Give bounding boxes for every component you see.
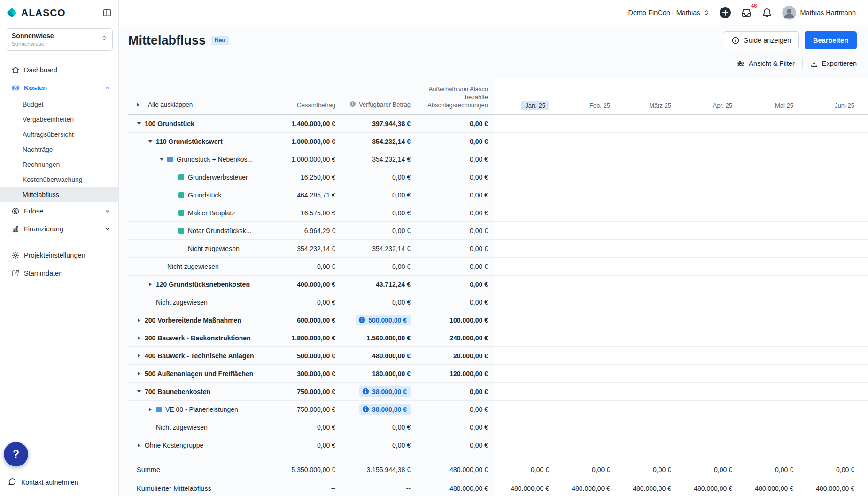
sidebar-item-kosten[interactable]: Kosten bbox=[0, 79, 118, 97]
sidebar-item-kosten-berwachung[interactable]: Kostenüberwachung bbox=[0, 172, 118, 187]
row-name-cell[interactable]: 400 Bauwerk - Technische Anlagen bbox=[128, 352, 269, 360]
edit-button[interactable]: Bearbeiten bbox=[805, 31, 857, 49]
sidebar-item-mittelabfluss[interactable]: Mittelabfluss bbox=[0, 187, 118, 202]
sidebar-item-auftrags-bersicht[interactable]: Auftragsübersicht bbox=[0, 127, 118, 142]
chevron-updown-icon bbox=[703, 9, 710, 16]
caret-right-icon[interactable] bbox=[138, 443, 140, 447]
row-name-cell[interactable]: Grunderwerbssteuer bbox=[128, 173, 269, 181]
inbox-icon[interactable]: 46 bbox=[741, 7, 752, 18]
row-name-cell[interactable]: 700 Baunebenkosten bbox=[128, 388, 269, 395]
amount-cell: 0,00 € bbox=[417, 263, 495, 270]
export-button[interactable]: Exportieren bbox=[810, 60, 857, 68]
month-cell bbox=[678, 222, 739, 239]
row-name-cell[interactable]: Nicht zugewiesen bbox=[128, 424, 269, 431]
month-cell: 0,00 € bbox=[800, 460, 861, 479]
amount-cell: 354.232,14 € bbox=[342, 156, 417, 163]
caret-right-icon[interactable] bbox=[149, 408, 152, 411]
month-cell bbox=[556, 401, 617, 418]
amount-cell: 0,00 € bbox=[342, 441, 417, 449]
sidebar-item-label: Projekteinstellungen bbox=[24, 252, 85, 259]
month-cell bbox=[800, 115, 861, 132]
month-cell bbox=[861, 222, 868, 239]
row-name-cell[interactable]: VE 00 - Planerleistungen bbox=[128, 406, 269, 413]
caret-right-icon[interactable] bbox=[138, 354, 140, 358]
add-icon[interactable] bbox=[719, 7, 731, 19]
month-cell bbox=[617, 258, 678, 275]
month-cell bbox=[861, 436, 868, 454]
caret-down-icon[interactable] bbox=[137, 390, 141, 393]
month-cell bbox=[556, 168, 617, 186]
user-menu[interactable]: Mathias Hartmann bbox=[782, 6, 856, 20]
workspace-selector[interactable]: Demo FinCon - Mathias bbox=[628, 9, 709, 16]
row-name-cell[interactable]: 120 Grundstücksnebenkosten bbox=[128, 281, 269, 288]
help-button[interactable]: ? bbox=[4, 442, 28, 466]
sidebar-item-budget[interactable]: Budget bbox=[0, 97, 118, 112]
month-cell bbox=[861, 311, 868, 329]
month-cell: 480.000,00 € bbox=[678, 479, 739, 496]
caret-right-icon[interactable] bbox=[138, 336, 140, 340]
table-row: Nicht zugewiesen0,00 €0,00 €0,00 € bbox=[128, 293, 868, 311]
row-name-cell[interactable]: Grundstück + Nebenkos... bbox=[128, 156, 269, 163]
sidebar-item-finanzierung[interactable]: Finanzierung bbox=[0, 220, 118, 238]
month-label: Feb. 25 bbox=[589, 102, 610, 109]
sidebar-item-projekteinstellungen[interactable]: Projekteinstellungen bbox=[0, 246, 118, 264]
page-title: Mittelabfluss bbox=[128, 33, 206, 48]
row-name-cell[interactable]: Nicht zugewiesen bbox=[128, 263, 269, 270]
sidebar-item-erl-se[interactable]: Erlöse bbox=[0, 202, 118, 220]
row-name-cell[interactable]: Nicht zugewiesen bbox=[128, 245, 269, 252]
row-name-cell[interactable]: 300 Bauwerk - Baukonstruktionen bbox=[128, 334, 269, 342]
info-icon bbox=[732, 37, 739, 44]
row-name-cell[interactable]: Nicht zugewiesen bbox=[128, 299, 269, 306]
view-filter-button[interactable]: Ansicht & Filter bbox=[737, 60, 795, 68]
table-row: 300 Bauwerk - Baukonstruktionen1.800.000… bbox=[128, 329, 868, 347]
contact-button[interactable]: Kontakt aufnehmen bbox=[8, 477, 78, 488]
month-cell bbox=[495, 168, 556, 186]
caret-right-icon[interactable] bbox=[138, 372, 140, 376]
sidebar-item-nachtr-ge[interactable]: Nachträge bbox=[0, 142, 118, 157]
row-label: Ohne Kostengruppe bbox=[145, 441, 203, 449]
month-cell bbox=[678, 311, 739, 329]
month-cell bbox=[617, 383, 678, 400]
sidebar-item-dashboard[interactable]: Dashboard bbox=[0, 61, 118, 79]
month-cell bbox=[800, 204, 861, 221]
caret-down-icon[interactable] bbox=[160, 158, 163, 161]
expand-all-control[interactable]: Alle ausklappen bbox=[128, 101, 269, 114]
sidebar-item-vergabeeinheiten[interactable]: Vergabeeinheiten bbox=[0, 112, 118, 127]
row-name-cell[interactable]: Grundstück bbox=[128, 191, 269, 199]
month-cell bbox=[800, 222, 861, 239]
row-name-cell[interactable]: Ohne Kostengruppe bbox=[128, 441, 269, 449]
month-cell bbox=[495, 293, 556, 311]
row-name-cell[interactable]: Notar Grundstücksk... bbox=[128, 227, 269, 235]
month-cell bbox=[678, 401, 739, 418]
amount-cell: 750.000,00 € bbox=[269, 388, 342, 395]
row-name-cell[interactable]: Makler Bauplatz bbox=[128, 209, 269, 217]
chat-icon bbox=[8, 477, 16, 488]
row-name-cell[interactable]: 200 Vorbereitende Maßnahmen bbox=[128, 316, 269, 324]
month-cell bbox=[739, 240, 800, 257]
month-cell bbox=[556, 293, 617, 311]
month-cell bbox=[800, 365, 861, 382]
caret-right-icon[interactable] bbox=[138, 318, 140, 322]
row-name-cell[interactable]: 100 Grundstück bbox=[128, 120, 269, 127]
project-selector[interactable]: Sonnenwiese Sonnenwiese bbox=[6, 28, 113, 51]
month-cell: 0,00 € bbox=[495, 460, 556, 479]
caret-down-icon[interactable] bbox=[137, 122, 141, 125]
bell-icon[interactable] bbox=[761, 7, 773, 18]
cost-element-icon bbox=[178, 228, 184, 234]
amount-cell: 480.000,00 € bbox=[342, 352, 417, 360]
month-label: Juni 25 bbox=[835, 102, 854, 109]
sidebar-item-stammdaten[interactable]: Stammdaten bbox=[0, 264, 118, 282]
amount-cell: 480.000,00 € bbox=[417, 466, 495, 473]
amount-cell: -- bbox=[342, 485, 417, 492]
amount-cell: 397.944,38 € bbox=[342, 120, 417, 127]
amount-cell: 464.285,71 € bbox=[269, 191, 342, 199]
guide-button[interactable]: Guide anzeigen bbox=[724, 31, 799, 49]
sidebar-item-rechnungen[interactable]: Rechnungen bbox=[0, 157, 118, 172]
caret-right-icon[interactable] bbox=[149, 283, 152, 286]
month-cell bbox=[861, 276, 868, 293]
sidebar-item-label: Vergabeeinheiten bbox=[23, 116, 74, 123]
row-name-cell[interactable]: 500 Außenanlagen und Freiflächen bbox=[128, 370, 269, 378]
row-name-cell[interactable]: 110 Grundstückswert bbox=[128, 138, 269, 145]
caret-down-icon[interactable] bbox=[148, 140, 152, 143]
sidebar-collapse-icon[interactable] bbox=[102, 8, 112, 17]
